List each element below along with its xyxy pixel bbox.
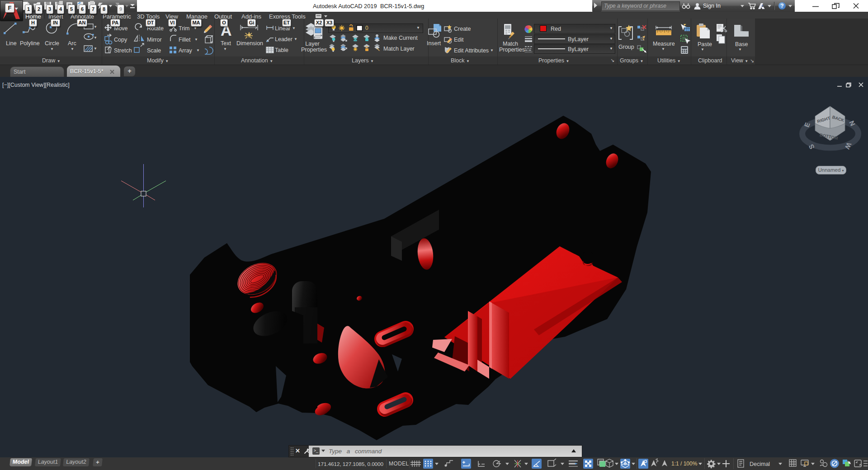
svg-text:1:1 / 100%: 1:1 / 100%: [671, 461, 698, 467]
svg-text:0: 0: [365, 25, 368, 31]
svg-text:Decimal: Decimal: [750, 461, 770, 467]
